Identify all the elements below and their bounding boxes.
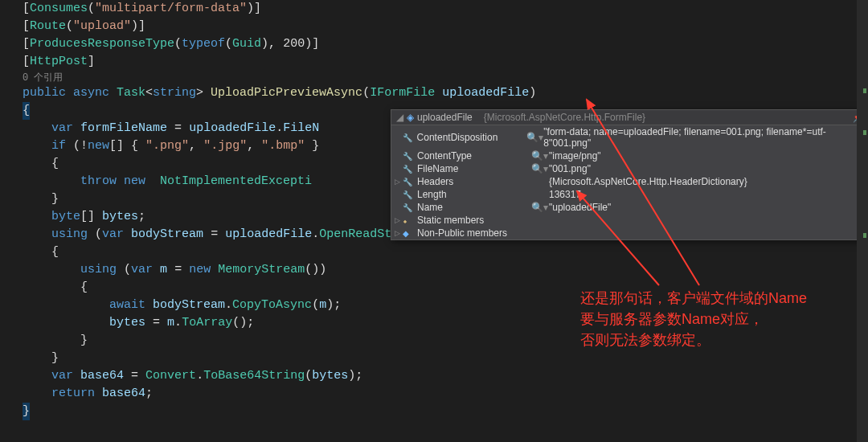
code-line: { (0, 244, 868, 261)
code-line: return base64; (0, 385, 868, 403)
property-icon: 🔧 (403, 190, 412, 199)
datatip-row[interactable]: 🔧Name🔍▾"uploadedFile" (391, 201, 867, 214)
annotation-text: 还是那句话，客户端文件域的Name 要与服务器参数Name对应， 否则无法参数绑… (580, 288, 807, 350)
datatip-row[interactable]: ▷◆Non-Public members (391, 227, 867, 239)
datatip-row[interactable]: ▷🔧Headers{Microsoft.AspNetCore.Http.Head… (391, 175, 867, 188)
datatip-row[interactable]: 🔧ContentType🔍▾"image/png" (391, 149, 867, 162)
expand-icon[interactable]: ▷ (395, 178, 403, 186)
code-line: } (0, 350, 868, 367)
debug-datatip[interactable]: ◢ ◈ uploadedFile {Microsoft.AspNetCore.H… (391, 109, 868, 240)
expand-icon[interactable]: ▷ (395, 216, 403, 224)
property-icon: 🔧 (403, 178, 412, 186)
code-line: var base64 = Convert.ToBase64String(byte… (0, 367, 868, 385)
expand-icon[interactable]: ▷ (395, 229, 403, 237)
property-icon: ◆ (403, 229, 412, 238)
property-icon: 🔧 (403, 133, 412, 142)
prop-name: FileName (417, 163, 531, 174)
prop-name: Name (417, 202, 531, 213)
code-editor[interactable]: [Consumes("multipart/form-data")] [Route… (0, 0, 868, 442)
datatip-header[interactable]: ◢ ◈ uploadedFile {Microsoft.AspNetCore.H… (391, 110, 867, 125)
visualizer-icon[interactable]: 🔍▾ (531, 163, 549, 174)
code-line: [HttpPost] (0, 53, 868, 71)
prop-value: "uploadedFile" (549, 202, 611, 213)
property-icon: 🔧 (403, 152, 412, 161)
prop-name: Length (417, 189, 531, 200)
scroll-marker-bar[interactable] (857, 0, 868, 442)
code-line: using (var m = new MemoryStream()) (0, 261, 868, 279)
visualizer-icon[interactable]: 🔍▾ (531, 202, 549, 213)
object-icon: ◈ (407, 112, 414, 123)
datatip-row[interactable]: 🔧FileName🔍▾"001.png" (391, 162, 867, 175)
code-line: [Consumes("multipart/form-data")] (0, 0, 868, 18)
code-line: [ProducesResponseType(typeof(Guid), 200)… (0, 35, 868, 53)
datatip-row[interactable]: 🔧ContentDisposition🔍▾"form-data; name=up… (391, 125, 867, 149)
prop-name: ContentDisposition (417, 132, 527, 143)
caret-icon[interactable]: ◢ (396, 112, 403, 123)
prop-value: "image/png" (549, 150, 601, 162)
visualizer-icon[interactable]: 🔍▾ (526, 132, 543, 143)
property-icon: 🔧 (403, 203, 412, 212)
property-icon: ⬥ (403, 216, 412, 225)
code-line: } (0, 403, 868, 420)
prop-name: Static members (417, 215, 531, 226)
codelens-refs[interactable]: 0 个引用 (0, 71, 868, 84)
visualizer-icon[interactable]: 🔍▾ (531, 150, 549, 162)
property-icon: 🔧 (403, 165, 412, 174)
prop-value: "001.png" (549, 163, 591, 174)
datatip-row[interactable]: 🔧Length136317 (391, 188, 867, 201)
datatip-variable-type: {Microsoft.AspNetCore.Http.FormFile} (484, 112, 645, 123)
prop-name: ContentType (417, 150, 531, 162)
prop-value: 136317 (549, 189, 581, 200)
datatip-variable-name: uploadedFile (417, 112, 473, 123)
datatip-row[interactable]: ▷⬥Static members (391, 214, 867, 227)
prop-value: {Microsoft.AspNetCore.Http.HeaderDiction… (549, 176, 747, 187)
code-line: [Route("upload")] (0, 18, 868, 35)
code-line: public async Task<string> UploadPicPrevi… (0, 84, 868, 102)
prop-name: Non-Public members (417, 227, 531, 239)
prop-value: "form-data; name=uploadedFile; filename=… (543, 126, 861, 149)
prop-name: Headers (417, 176, 531, 187)
